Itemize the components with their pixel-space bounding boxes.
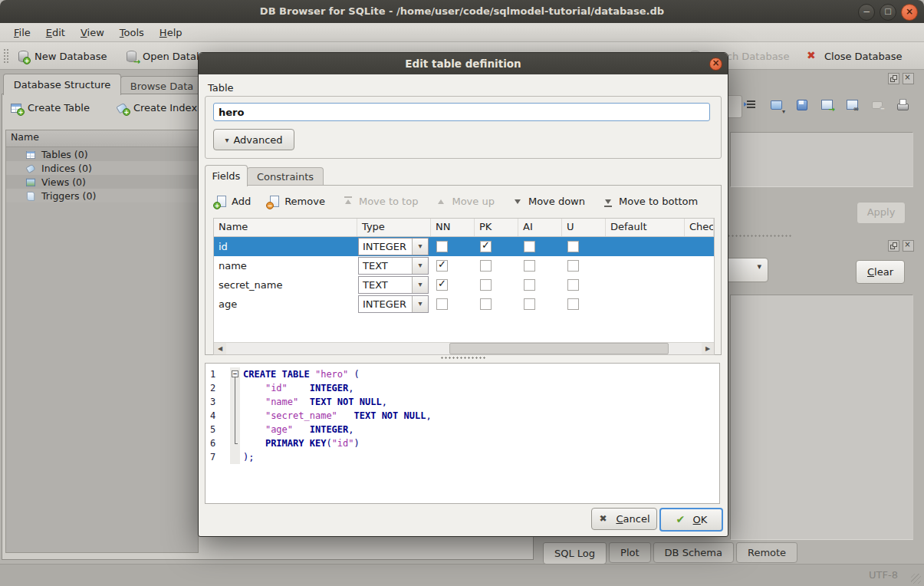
splitter-handle[interactable]: [727, 235, 792, 237]
advanced-button[interactable]: Advanced: [213, 129, 294, 150]
bottom-tab-db-schema[interactable]: DB Schema: [653, 542, 734, 563]
cell-editor-textarea[interactable]: [730, 132, 913, 187]
field-name-cell[interactable]: age: [214, 295, 357, 314]
field-check-cell[interactable]: [685, 275, 714, 295]
pk-checkbox[interactable]: [480, 241, 492, 252]
clear-button[interactable]: Clear: [856, 260, 905, 284]
tree-item-triggers[interactable]: Triggers (0): [6, 189, 198, 202]
toolbar-grip[interactable]: [3, 48, 9, 64]
field-default-cell[interactable]: [606, 237, 685, 256]
tab-database-structure[interactable]: Database Structure: [3, 74, 121, 95]
tree-header-name[interactable]: Name: [6, 130, 198, 147]
ok-button[interactable]: OK: [659, 508, 723, 532]
field-name-cell[interactable]: name: [214, 256, 357, 275]
tab-browse-data[interactable]: Browse Data: [120, 76, 203, 95]
move-bottom-button[interactable]: Move to bottom: [602, 195, 698, 208]
field-type-combo[interactable]: TEXT: [358, 276, 429, 294]
splitter-handle[interactable]: [440, 357, 486, 359]
ai-checkbox[interactable]: [524, 279, 535, 291]
remove-field-button[interactable]: Remove: [268, 195, 325, 208]
field-check-cell[interactable]: [685, 295, 714, 314]
tree-item-views[interactable]: Views (0): [6, 175, 198, 189]
field-type-combo[interactable]: INTEGER: [358, 238, 429, 255]
chevron-down-icon[interactable]: [412, 239, 428, 255]
table-name-input[interactable]: [213, 103, 710, 121]
scroll-right-icon[interactable]: [702, 343, 714, 354]
u-checkbox[interactable]: [567, 298, 579, 310]
menu-item-edit[interactable]: Edit: [38, 25, 73, 40]
u-checkbox[interactable]: [567, 279, 579, 291]
format-button[interactable]: [745, 98, 758, 112]
print-button[interactable]: [896, 98, 910, 112]
field-default-cell[interactable]: [606, 256, 685, 275]
column-header-u[interactable]: U: [562, 219, 606, 236]
field-row-age[interactable]: ageINTEGER: [214, 295, 714, 314]
open-file-button[interactable]: [770, 98, 784, 112]
create-table-button[interactable]: Create Table: [10, 101, 90, 114]
move-down-button[interactable]: Move down: [511, 195, 585, 208]
create-index-button[interactable]: Create Index: [116, 101, 197, 114]
menu-item-help[interactable]: Help: [152, 25, 190, 40]
menu-item-tools[interactable]: Tools: [112, 25, 152, 40]
column-header-check[interactable]: Check: [685, 219, 714, 236]
close-dock-icon[interactable]: [903, 73, 914, 84]
field-type-combo[interactable]: TEXT: [358, 257, 429, 275]
ai-checkbox[interactable]: [524, 241, 535, 252]
bottom-tab-plot[interactable]: Plot: [609, 542, 651, 563]
tab-fields[interactable]: Fields: [205, 165, 248, 186]
field-row-secret_name[interactable]: secret_nameTEXT: [214, 275, 714, 295]
chevron-down-icon[interactable]: [412, 296, 428, 312]
maximize-icon[interactable]: [880, 4, 896, 21]
bottom-tab-sql-log[interactable]: SQL Log: [543, 542, 607, 565]
sql-preview[interactable]: 1CREATE TABLE "hero" (2 "id" INTEGER,3 "…: [205, 363, 720, 504]
column-header-nn[interactable]: NN: [431, 219, 475, 236]
new-database-button[interactable]: New Database: [17, 47, 107, 65]
ai-checkbox[interactable]: [524, 260, 535, 272]
column-header-name[interactable]: Name: [214, 219, 357, 236]
pk-checkbox[interactable]: [480, 260, 492, 272]
cancel-button[interactable]: Cancel: [591, 508, 657, 530]
sql-log-textarea[interactable]: [730, 295, 913, 540]
column-header-type[interactable]: Type: [357, 219, 431, 236]
nn-checkbox[interactable]: [436, 279, 448, 291]
float-dock-icon[interactable]: [888, 240, 899, 252]
bottom-tab-remote[interactable]: Remote: [736, 542, 797, 563]
export-button[interactable]: [820, 98, 834, 112]
link-button[interactable]: [846, 98, 860, 112]
minimize-icon[interactable]: [858, 4, 875, 21]
field-type-combo[interactable]: INTEGER: [358, 295, 429, 313]
close-dialog-icon[interactable]: [709, 58, 722, 71]
chevron-down-icon[interactable]: [412, 277, 428, 293]
field-default-cell[interactable]: [606, 275, 685, 295]
menu-item-file[interactable]: File: [6, 25, 38, 40]
resize-grip[interactable]: [911, 574, 921, 584]
field-default-cell[interactable]: [606, 295, 685, 314]
fold-marker-icon[interactable]: [230, 367, 240, 381]
scrollbar-track[interactable]: [226, 343, 702, 354]
column-header-default[interactable]: Default: [606, 219, 685, 236]
tree-item-tables[interactable]: Tables (0): [6, 147, 198, 161]
nn-checkbox[interactable]: [436, 260, 448, 272]
ai-checkbox[interactable]: [524, 298, 535, 310]
horizontal-scrollbar[interactable]: [214, 342, 714, 354]
close-dock-icon[interactable]: [903, 240, 914, 252]
field-name-cell[interactable]: secret_name: [214, 275, 357, 295]
u-checkbox[interactable]: [567, 241, 579, 252]
field-row-id[interactable]: idINTEGER: [214, 237, 714, 256]
chevron-down-icon[interactable]: [412, 258, 428, 274]
column-header-ai[interactable]: AI: [518, 219, 562, 236]
nn-checkbox[interactable]: [436, 241, 448, 252]
field-check-cell[interactable]: [685, 237, 714, 256]
column-header-pk[interactable]: PK: [475, 219, 518, 236]
save-file-button[interactable]: [795, 98, 809, 112]
scroll-left-icon[interactable]: [214, 343, 226, 354]
nn-checkbox[interactable]: [436, 298, 448, 310]
float-dock-icon[interactable]: [888, 73, 899, 84]
tree-item-indices[interactable]: Indices (0): [6, 161, 198, 175]
field-check-cell[interactable]: [685, 256, 714, 275]
scrollbar-thumb[interactable]: [449, 343, 668, 354]
menu-item-view[interactable]: View: [73, 25, 112, 40]
field-name-cell[interactable]: id: [214, 237, 357, 256]
u-checkbox[interactable]: [567, 260, 579, 272]
field-row-name[interactable]: nameTEXT: [214, 256, 714, 275]
